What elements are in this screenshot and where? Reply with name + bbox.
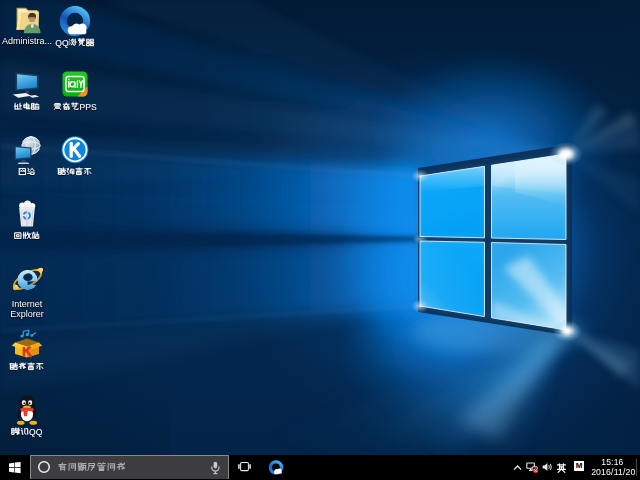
svg-text:QQ: QQ [29, 427, 43, 437]
svg-text:PPS: PPS [79, 102, 96, 112]
